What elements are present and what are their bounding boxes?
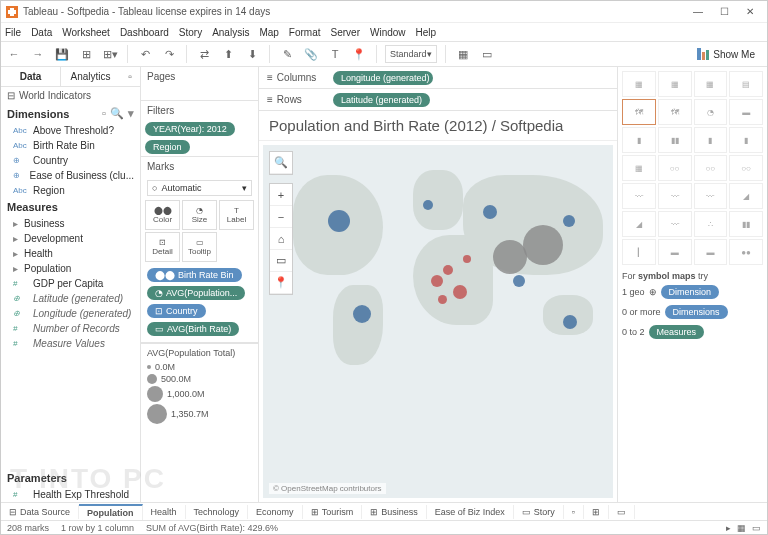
menu-analysis[interactable]: Analysis [212,27,249,38]
mark-detail[interactable]: ⊡Detail [145,232,180,262]
sm-circle[interactable]: ○○ [658,155,692,181]
field-longitude[interactable]: ⊕Longitude (generated) [1,306,140,321]
field-business[interactable]: ▸Business [1,216,140,231]
back-button[interactable]: ← [5,45,23,63]
forward-button[interactable]: → [29,45,47,63]
rows-shelf[interactable]: ≡Rows Latitude (generated) [259,89,617,111]
mark-pill-avgpop[interactable]: ◔AVG(Population... [147,286,245,300]
sm-bullet[interactable]: ▬ [694,239,728,265]
menu-server[interactable]: Server [331,27,360,38]
filters-card[interactable]: Filters YEAR(Year): 2012 Region [141,101,258,157]
data-tab[interactable]: Data [1,67,61,87]
menu-map[interactable]: Map [259,27,278,38]
zoom-home-button[interactable]: ⌂ [270,228,292,250]
tab-economy[interactable]: Economy [248,505,303,519]
pin-button[interactable]: 📍 [350,45,368,63]
status-icon-1[interactable]: ▸ [726,523,731,533]
field-development[interactable]: ▸Development [1,231,140,246]
mark-type-select[interactable]: ○ Automatic ▾ [147,180,252,196]
sm-stacked-bar[interactable]: ▮ [622,127,656,153]
sm-highlight[interactable]: ▦ [694,71,728,97]
field-above-threshold[interactable]: AbcAbove Threshold? [1,123,140,138]
menu-story[interactable]: Story [179,27,202,38]
field-country[interactable]: ⊕Country [1,153,140,168]
sm-packed[interactable]: ●● [729,239,763,265]
maximize-button[interactable]: ☐ [711,2,737,22]
dim-menu-icon[interactable]: ▾ [128,107,134,120]
zoom-in-button[interactable]: + [270,184,292,206]
sm-heatmap[interactable]: ▦ [658,71,692,97]
sm-circle2[interactable]: ○○ [694,155,728,181]
field-numrecords[interactable]: #Number of Records [1,321,140,336]
sm-side-bar[interactable]: ▮▮ [658,127,692,153]
sm-text-table[interactable]: ▦ [622,71,656,97]
field-gdp[interactable]: #GDP per Capita [1,276,140,291]
tab-easeofbiz[interactable]: Ease of Biz Index [427,505,514,519]
sm-line2[interactable]: 〰 [658,183,692,209]
sort-desc-button[interactable]: ⬇ [243,45,261,63]
filter-year-pill[interactable]: YEAR(Year): 2012 [145,122,235,136]
sm-scatter[interactable]: ∴ [694,211,728,237]
sm-area[interactable]: ◢ [729,183,763,209]
viz-title[interactable]: Population and Birth Rate (2012) / Softp… [259,111,617,141]
rows-pill[interactable]: Latitude (generated) [333,93,430,107]
close-button[interactable]: ✕ [737,2,763,22]
sm-area2[interactable]: ◢ [622,211,656,237]
tab-technology[interactable]: Technology [186,505,249,519]
group-button[interactable]: 📎 [302,45,320,63]
field-region[interactable]: AbcRegion [1,183,140,198]
mark-size[interactable]: ◔Size [182,200,217,230]
status-icon-3[interactable]: ▭ [752,523,761,533]
new-datasource-button[interactable]: ⊞ [77,45,95,63]
filter-region-pill[interactable]: Region [145,140,190,154]
menu-window[interactable]: Window [370,27,406,38]
tab-datasource[interactable]: ⊟ Data Source [1,505,79,519]
zoom-area-button[interactable]: ▭ [270,250,292,272]
map-zoom-controls[interactable]: + − ⌂ ▭ 📍 [269,183,293,295]
tab-tourism[interactable]: ⊞ Tourism [303,505,363,519]
field-measurevalues[interactable]: #Measure Values [1,336,140,351]
map-view[interactable]: 🔍 + − ⌂ ▭ 📍 [263,145,613,498]
save-button[interactable]: 💾 [53,45,71,63]
sm-filled-map[interactable]: 🗺 [658,99,692,125]
sm-dual[interactable]: 〰 [694,183,728,209]
sm-box[interactable]: ┃ [622,239,656,265]
menu-dashboard[interactable]: Dashboard [120,27,169,38]
mark-pill-avgbirth[interactable]: ▭AVG(Birth Rate) [147,322,239,336]
sm-gantt[interactable]: ▬ [658,239,692,265]
sm-bar2[interactable]: ▮ [694,127,728,153]
data-pane-menu[interactable]: ▫ [120,67,140,87]
field-health-exp-threshold[interactable]: #Health Exp Threshold [1,487,140,502]
menu-file[interactable]: File [5,27,21,38]
new-sheet-button[interactable]: ▫ [564,505,584,519]
sm-line[interactable]: 〰 [622,183,656,209]
zoom-out-button[interactable]: − [270,206,292,228]
field-birth-rate-bin[interactable]: AbcBirth Rate Bin [1,138,140,153]
map-search-control[interactable]: 🔍 [269,151,293,175]
sm-crosstab[interactable]: ▤ [729,71,763,97]
mark-tooltip[interactable]: ▭Tooltip [182,232,217,262]
mark-color[interactable]: ⬤⬤Color [145,200,180,230]
tab-story[interactable]: ▭ Story [514,505,564,519]
field-ease-of-business[interactable]: ⊕Ease of Business (clu... [1,168,140,183]
sm-pie[interactable]: ◔ [694,99,728,125]
sm-hbar[interactable]: ▬ [729,99,763,125]
mark-pill-country[interactable]: ⊡Country [147,304,206,318]
menu-format[interactable]: Format [289,27,321,38]
presentation-button[interactable]: ▭ [478,45,496,63]
highlight-button[interactable]: ✎ [278,45,296,63]
zoom-pin-button[interactable]: 📍 [270,272,292,294]
new-dashboard-button[interactable]: ⊞ [584,505,609,519]
sm-symbol-map[interactable]: 🗺 [622,99,656,125]
sm-dual2[interactable]: 〰 [658,211,692,237]
status-icon-2[interactable]: ▦ [737,523,746,533]
analytics-tab[interactable]: Analytics [61,67,120,87]
field-latitude[interactable]: ⊕Latitude (generated) [1,291,140,306]
label-button[interactable]: T [326,45,344,63]
tab-health[interactable]: Health [143,505,186,519]
columns-pill[interactable]: Longitude (generated) [333,71,433,85]
showme-toggle[interactable]: Show Me [689,48,763,60]
view-cards-button[interactable]: ▦ [454,45,472,63]
menu-worksheet[interactable]: Worksheet [62,27,110,38]
new-story-button[interactable]: ▭ [609,505,635,519]
